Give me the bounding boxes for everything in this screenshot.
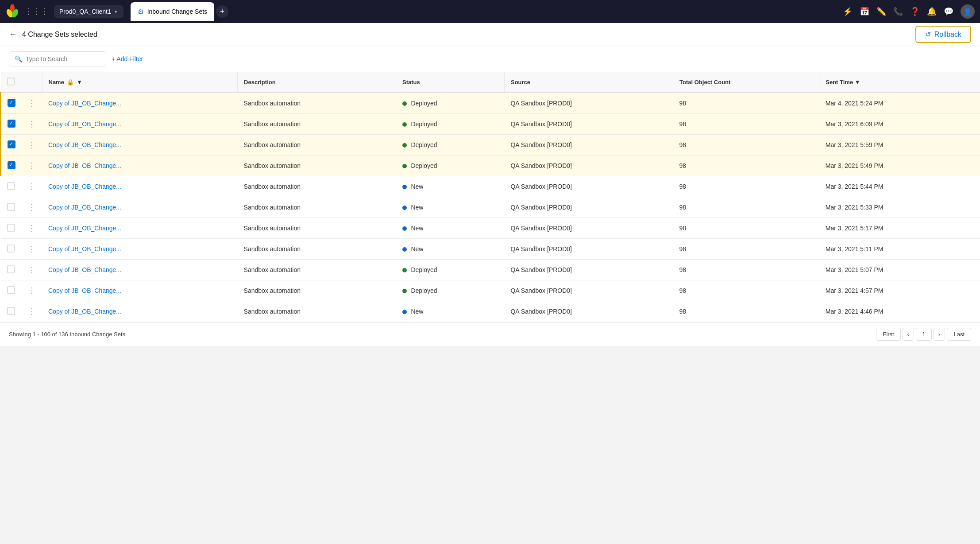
row-menu-cell[interactable]: ⋮ <box>22 176 42 197</box>
lightning-icon[interactable]: ⚡ <box>843 7 853 16</box>
row-status: New <box>396 176 505 197</box>
help-icon[interactable]: ❓ <box>910 7 920 16</box>
row-total-object-count: 98 <box>673 260 819 280</box>
tab-settings-icon: ⚙ <box>138 8 144 16</box>
row-checkbox-cell[interactable] <box>1 114 22 135</box>
row-sent-time: Mar 3, 2021 4:57 PM <box>819 280 980 301</box>
row-menu-icon[interactable]: ⋮ <box>28 161 36 170</box>
row-menu-icon[interactable]: ⋮ <box>28 99 36 108</box>
row-description: Sandbox automation <box>238 239 396 260</box>
next-page-button[interactable]: › <box>934 328 945 341</box>
prev-page-button[interactable]: ‹ <box>903 328 914 341</box>
row-checkbox[interactable] <box>7 203 15 211</box>
row-name[interactable]: Copy of JB_OB_Change... <box>42 197 238 218</box>
total-object-count-column-header: Total Object Count <box>673 72 819 93</box>
select-all-checkbox[interactable] <box>7 78 15 85</box>
row-menu-cell[interactable]: ⋮ <box>22 93 42 114</box>
row-menu-icon[interactable]: ⋮ <box>28 265 36 274</box>
last-page-button[interactable]: Last <box>947 328 971 341</box>
search-input[interactable] <box>26 55 100 62</box>
row-checkbox[interactable] <box>7 245 15 253</box>
row-menu-icon[interactable]: ⋮ <box>28 120 36 128</box>
row-checkbox-cell[interactable] <box>1 280 22 301</box>
table-row: ⋮ Copy of JB_OB_Change... Sandbox automa… <box>1 280 980 301</box>
row-checkbox-cell[interactable] <box>1 155 22 176</box>
row-name[interactable]: Copy of JB_OB_Change... <box>42 135 238 155</box>
org-selector[interactable]: Prod0_QA_Client1 ▼ <box>54 5 123 18</box>
row-status: Deployed <box>396 155 505 176</box>
row-sent-time: Mar 4, 2021 5:24 PM <box>819 93 980 114</box>
row-name[interactable]: Copy of JB_OB_Change... <box>42 93 238 114</box>
row-checkbox[interactable] <box>8 161 15 169</box>
row-menu-cell[interactable]: ⋮ <box>22 239 42 260</box>
status-dot <box>402 101 407 106</box>
row-name[interactable]: Copy of JB_OB_Change... <box>42 301 238 322</box>
status-column-header: Status <box>396 72 505 93</box>
edit-icon[interactable]: ✏️ <box>876 7 886 16</box>
new-tab-button[interactable]: + <box>216 5 228 18</box>
row-total-object-count: 98 <box>673 301 819 322</box>
row-menu-icon[interactable]: ⋮ <box>28 307 36 316</box>
row-menu-icon[interactable]: ⋮ <box>28 140 36 149</box>
showing-label: Showing 1 - 100 of 136 Inbound Change Se… <box>9 331 125 338</box>
back-button[interactable]: ← <box>9 30 17 39</box>
row-checkbox[interactable] <box>8 120 15 128</box>
chat-icon[interactable]: 💬 <box>944 7 953 16</box>
row-description: Sandbox automation <box>238 176 396 197</box>
row-name[interactable]: Copy of JB_OB_Change... <box>42 260 238 280</box>
org-name: Prod0_QA_Client1 <box>59 8 111 15</box>
row-checkbox-cell[interactable] <box>1 239 22 260</box>
select-all-header[interactable] <box>1 72 22 93</box>
row-menu-cell[interactable]: ⋮ <box>22 155 42 176</box>
row-checkbox[interactable] <box>8 140 15 148</box>
row-name[interactable]: Copy of JB_OB_Change... <box>42 239 238 260</box>
bell-icon[interactable]: 🔔 <box>927 7 937 16</box>
row-checkbox[interactable] <box>7 286 15 294</box>
row-checkbox-cell[interactable] <box>1 176 22 197</box>
user-avatar[interactable]: 👤 <box>961 4 975 19</box>
row-name[interactable]: Copy of JB_OB_Change... <box>42 114 238 135</box>
row-checkbox[interactable] <box>7 307 15 315</box>
row-checkbox[interactable] <box>7 182 15 190</box>
app-grid-icon[interactable]: ⋮⋮⋮ <box>25 7 49 16</box>
name-column-header[interactable]: Name 🔒 ▼ <box>42 72 238 93</box>
row-name[interactable]: Copy of JB_OB_Change... <box>42 218 238 239</box>
sent-time-column-header[interactable]: Sent Time ▼ <box>819 72 980 93</box>
phone-icon[interactable]: 📞 <box>893 7 903 16</box>
row-menu-icon[interactable]: ⋮ <box>28 224 36 233</box>
row-checkbox-cell[interactable] <box>1 218 22 239</box>
row-menu-cell[interactable]: ⋮ <box>22 301 42 322</box>
row-checkbox-cell[interactable] <box>1 301 22 322</box>
first-page-button[interactable]: First <box>876 328 900 341</box>
row-checkbox[interactable] <box>8 99 15 107</box>
row-checkbox[interactable] <box>7 224 15 232</box>
row-menu-cell[interactable]: ⋮ <box>22 197 42 218</box>
row-sent-time: Mar 3, 2021 5:49 PM <box>819 155 980 176</box>
row-menu-cell[interactable]: ⋮ <box>22 114 42 135</box>
row-menu-icon[interactable]: ⋮ <box>28 182 36 191</box>
calendar-icon[interactable]: 📅 <box>860 7 869 16</box>
row-menu-cell[interactable]: ⋮ <box>22 280 42 301</box>
row-menu-cell[interactable]: ⋮ <box>22 218 42 239</box>
row-name[interactable]: Copy of JB_OB_Change... <box>42 176 238 197</box>
row-menu-cell[interactable]: ⋮ <box>22 260 42 280</box>
inbound-change-sets-tab[interactable]: ⚙ Inbound Change Sets <box>131 2 214 21</box>
row-menu-icon[interactable]: ⋮ <box>28 203 36 212</box>
status-text: Deployed <box>411 121 437 128</box>
row-description: Sandbox automation <box>238 218 396 239</box>
row-menu-icon[interactable]: ⋮ <box>28 245 36 253</box>
row-checkbox[interactable] <box>7 265 15 273</box>
rollback-button[interactable]: ↺ Rollback <box>915 26 971 43</box>
table-row: ⋮ Copy of JB_OB_Change... Sandbox automa… <box>1 260 980 280</box>
row-menu-cell[interactable]: ⋮ <box>22 135 42 155</box>
row-menu-icon[interactable]: ⋮ <box>28 286 36 295</box>
data-table-wrapper: Name 🔒 ▼ Description Status Source Total… <box>0 72 980 322</box>
row-checkbox-cell[interactable] <box>1 93 22 114</box>
row-name[interactable]: Copy of JB_OB_Change... <box>42 155 238 176</box>
row-checkbox-cell[interactable] <box>1 260 22 280</box>
row-checkbox-cell[interactable] <box>1 135 22 155</box>
row-checkbox-cell[interactable] <box>1 197 22 218</box>
row-status: New <box>396 239 505 260</box>
row-name[interactable]: Copy of JB_OB_Change... <box>42 280 238 301</box>
add-filter-button[interactable]: + Add Filter <box>112 55 143 62</box>
